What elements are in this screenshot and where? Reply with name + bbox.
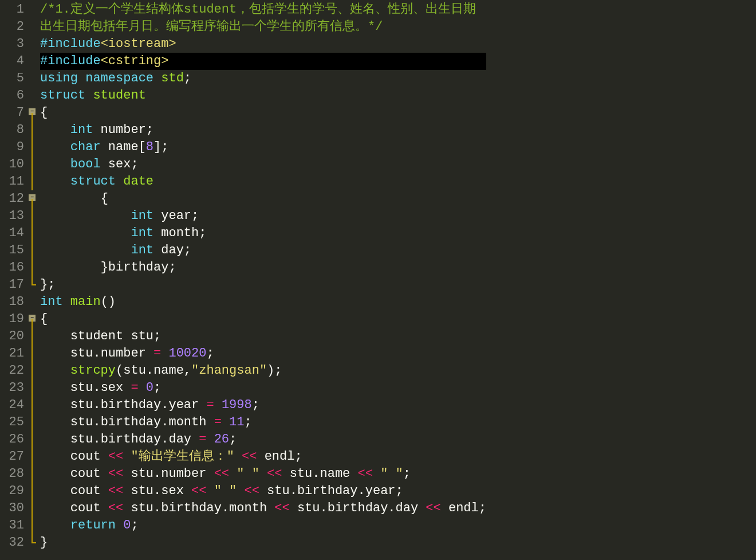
line-number: 13 bbox=[2, 207, 24, 225]
code-line[interactable]: strcpy(stu.name,"zhangsan"); bbox=[40, 362, 486, 379]
code-token: stu bbox=[123, 467, 153, 481]
line-number: 20 bbox=[2, 328, 24, 345]
code-token bbox=[206, 484, 214, 498]
code-token: 26 bbox=[214, 432, 229, 447]
code-token: ; bbox=[396, 484, 403, 498]
code-line[interactable]: #include<iostream> bbox=[40, 36, 486, 53]
code-line[interactable]: stu.number = 10020; bbox=[40, 345, 486, 362]
code-token: ( bbox=[116, 363, 123, 378]
code-token: = bbox=[199, 432, 206, 447]
code-line[interactable]: stu.birthday.month = 11; bbox=[40, 414, 486, 431]
code-line[interactable]: }; bbox=[40, 276, 486, 293]
code-token bbox=[40, 174, 70, 189]
code-line[interactable]: int main() bbox=[40, 293, 486, 311]
code-line[interactable]: /*1.定义一个学生结构体student，包括学生的学号、姓名、性别、出生日期 bbox=[40, 1, 486, 18]
code-line[interactable]: int number; bbox=[40, 122, 486, 139]
code-token: . bbox=[222, 501, 229, 515]
code-line[interactable]: { bbox=[40, 190, 486, 207]
code-line[interactable]: using namespace std; bbox=[40, 70, 486, 87]
code-token: 10020 bbox=[168, 346, 206, 361]
code-token: ; bbox=[479, 501, 486, 515]
code-line[interactable]: cout << stu.sex << " " << stu.birthday.y… bbox=[40, 483, 486, 500]
code-token: } bbox=[101, 260, 108, 275]
code-line[interactable]: bool sex; bbox=[40, 156, 486, 173]
code-token bbox=[40, 260, 101, 275]
code-token: endl bbox=[257, 449, 294, 464]
code-line[interactable]: { bbox=[40, 104, 486, 122]
code-token bbox=[40, 157, 70, 171]
code-token: number bbox=[161, 467, 214, 481]
line-number: 30 bbox=[2, 500, 24, 517]
fold-cell bbox=[29, 156, 37, 173]
fold-cell bbox=[29, 328, 37, 345]
code-line[interactable]: #include<cstring> bbox=[40, 53, 486, 70]
code-token: stu bbox=[40, 381, 93, 395]
code-line[interactable]: struct student bbox=[40, 87, 486, 104]
code-token: "zhangsan" bbox=[191, 363, 267, 378]
code-line[interactable]: stu.birthday.year = 1998; bbox=[40, 397, 486, 414]
code-token: = bbox=[131, 381, 138, 395]
code-token: () bbox=[101, 295, 116, 309]
code-token: . bbox=[388, 501, 395, 515]
code-editor[interactable]: 1234567891011121314151617181920212223242… bbox=[0, 0, 756, 553]
code-token: sex bbox=[101, 157, 131, 171]
code-token: endl bbox=[441, 501, 479, 515]
code-line[interactable]: int day; bbox=[40, 242, 486, 259]
code-token: << bbox=[274, 501, 289, 515]
fold-cell bbox=[29, 465, 37, 483]
code-line[interactable]: stu.sex = 0; bbox=[40, 379, 486, 397]
code-token: stu bbox=[123, 363, 146, 378]
code-token: ; bbox=[184, 243, 191, 257]
code-token bbox=[206, 432, 214, 447]
code-token: = bbox=[206, 398, 214, 412]
line-number: 28 bbox=[2, 465, 24, 483]
line-number: 3 bbox=[2, 36, 24, 53]
code-line[interactable]: stu.birthday.day = 26; bbox=[40, 431, 486, 448]
code-line[interactable]: cout << stu.birthday.month << stu.birthd… bbox=[40, 500, 486, 517]
code-line[interactable]: } bbox=[40, 534, 486, 551]
line-number: 16 bbox=[2, 259, 24, 276]
code-token bbox=[40, 191, 101, 206]
code-token: [ bbox=[139, 140, 146, 154]
line-number: 29 bbox=[2, 483, 24, 500]
code-token bbox=[63, 295, 70, 309]
code-area[interactable]: /*1.定义一个学生结构体student，包括学生的学号、姓名、性别、出生日期出… bbox=[37, 0, 486, 553]
fold-column: −−− bbox=[29, 0, 37, 553]
code-token: ; bbox=[199, 226, 206, 240]
code-token bbox=[40, 209, 131, 223]
code-line[interactable]: cout << stu.number << " " << stu.name <<… bbox=[40, 465, 486, 483]
line-number: 10 bbox=[2, 156, 24, 173]
code-line[interactable]: return 0; bbox=[40, 517, 486, 534]
code-line[interactable]: }birthday; bbox=[40, 259, 486, 276]
line-number: 27 bbox=[2, 448, 24, 465]
line-number: 12 bbox=[2, 190, 24, 207]
code-line[interactable]: cout << "输出学生信息：" << endl; bbox=[40, 448, 486, 465]
code-token: return bbox=[70, 518, 116, 532]
code-token bbox=[214, 398, 222, 412]
code-token: main bbox=[70, 295, 101, 309]
fold-cell bbox=[29, 483, 37, 500]
code-token: stu bbox=[40, 415, 93, 429]
code-token: "输出学生信息：" bbox=[131, 449, 234, 464]
code-line[interactable]: student stu; bbox=[40, 328, 486, 345]
code-token bbox=[78, 71, 85, 85]
code-token bbox=[222, 415, 229, 429]
code-line[interactable]: int year; bbox=[40, 207, 486, 225]
code-line[interactable]: 出生日期包括年月日。编写程序输出一个学生的所有信息。*/ bbox=[40, 18, 486, 36]
code-line[interactable]: struct date bbox=[40, 173, 486, 190]
code-token: stu bbox=[40, 346, 93, 361]
code-line[interactable]: { bbox=[40, 311, 486, 328]
code-line[interactable]: char name[8]; bbox=[40, 139, 486, 156]
code-token: 8 bbox=[146, 140, 153, 154]
code-line[interactable]: int month; bbox=[40, 225, 486, 242]
code-token: #include bbox=[40, 37, 101, 51]
code-token bbox=[116, 174, 123, 189]
code-token: birthday bbox=[108, 260, 169, 275]
line-number: 31 bbox=[2, 517, 24, 534]
line-number: 17 bbox=[2, 276, 24, 293]
code-token: . bbox=[290, 484, 297, 498]
fold-cell bbox=[29, 517, 37, 534]
code-token: #include bbox=[40, 54, 101, 68]
code-token bbox=[123, 449, 131, 464]
code-token: struct bbox=[40, 88, 85, 103]
